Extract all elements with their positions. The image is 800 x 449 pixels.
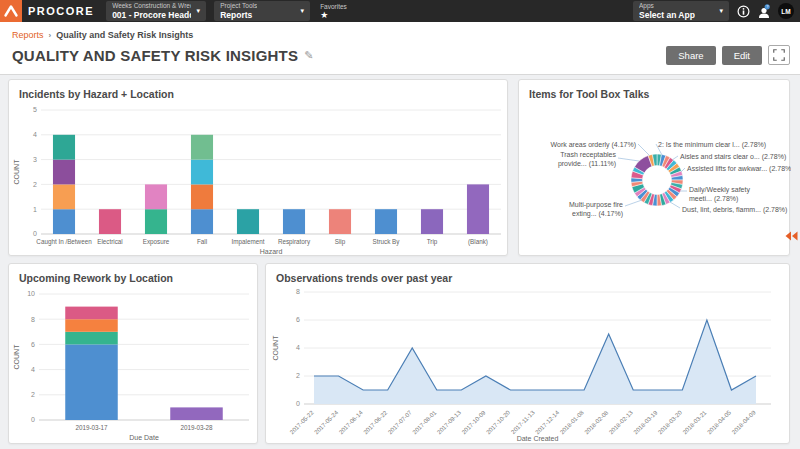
card-observations-trends: Observations trends over past year 02468… xyxy=(265,263,790,444)
edit-button[interactable]: Edit xyxy=(722,46,762,65)
svg-text:2: Is the minimum clear l... (: 2: Is the minimum clear l... (2.78%) xyxy=(658,141,766,149)
svg-text:2017-11-13: 2017-11-13 xyxy=(510,409,536,435)
svg-text:COUNT: COUNT xyxy=(272,335,279,361)
card-tool-box-talks: Items for Tool Box Talks Work areas orde… xyxy=(518,79,790,256)
svg-text:2017-05-22: 2017-05-22 xyxy=(289,409,315,435)
project-selector-dropdown[interactable]: Weeks Construction & Wreckl... 001 - Pro… xyxy=(106,1,206,21)
svg-text:0: 0 xyxy=(296,400,300,407)
svg-text:Date Created: Date Created xyxy=(517,435,559,442)
svg-text:2018-03-20: 2018-03-20 xyxy=(657,409,683,435)
dashboard-content: Incidents by Hazard + Location 012345Cau… xyxy=(0,75,800,449)
breadcrumb-separator-icon: › xyxy=(49,31,52,40)
info-icon[interactable] xyxy=(737,5,750,18)
procore-mark-icon xyxy=(0,0,22,22)
share-button[interactable]: Share xyxy=(666,46,715,65)
apps-label: Apps xyxy=(639,2,695,10)
svg-text:6: 6 xyxy=(296,316,300,323)
user-avatar[interactable]: LM xyxy=(778,3,794,19)
project-tools-dropdown[interactable]: Project Tools Reports ▾ xyxy=(214,1,310,21)
fullscreen-button[interactable] xyxy=(768,45,790,65)
svg-text:2018-03-21: 2018-03-21 xyxy=(682,409,708,435)
svg-text:2017-07-07: 2017-07-07 xyxy=(387,409,413,435)
svg-text:4: 4 xyxy=(31,366,35,373)
svg-text:0: 0 xyxy=(31,416,35,423)
svg-text:Respiratory: Respiratory xyxy=(278,238,311,246)
svg-text:Work areas orderly (4.17%): Work areas orderly (4.17%) xyxy=(551,141,636,149)
svg-text:COUNT: COUNT xyxy=(13,159,20,185)
toolbox-donut-chart: Work areas orderly (4.17%)Trash receptab… xyxy=(519,80,791,257)
svg-text:COUNT: COUNT xyxy=(13,344,20,370)
svg-text:?: ? xyxy=(766,5,768,9)
svg-text:Assisted lifts for awkwar... (: Assisted lifts for awkwar... (2.78%) xyxy=(687,165,791,173)
svg-text:2017-08-01: 2017-08-01 xyxy=(412,409,438,435)
svg-text:Multi-purpose fire: Multi-purpose fire xyxy=(569,201,623,209)
svg-text:Exposure: Exposure xyxy=(143,238,170,246)
svg-text:8: 8 xyxy=(31,316,35,323)
svg-text:2017-12-14: 2017-12-14 xyxy=(534,409,560,435)
breadcrumb: Reports › Quality and Safety Risk Insigh… xyxy=(0,22,800,40)
svg-text:2019-03-28: 2019-03-28 xyxy=(180,424,213,431)
svg-text:2017-05-24: 2017-05-24 xyxy=(313,409,339,435)
svg-text:1: 1 xyxy=(33,206,37,213)
support-person-icon[interactable]: ? xyxy=(757,4,771,19)
brand-wordmark: PROCORE xyxy=(28,5,94,17)
double-left-arrow-icon xyxy=(785,231,798,241)
svg-text:Electrical: Electrical xyxy=(97,238,123,245)
svg-text:Impalement: Impalement xyxy=(232,238,265,246)
svg-text:2: 2 xyxy=(296,372,300,379)
svg-text:6: 6 xyxy=(31,341,35,348)
svg-text:2017-10-09: 2017-10-09 xyxy=(461,409,487,435)
rework-stacked-bar-chart: 02468102019-03-172019-03-28Due DateCOUNT xyxy=(9,264,259,445)
svg-text:2017-10-20: 2017-10-20 xyxy=(485,409,511,435)
chevron-down-icon: ▾ xyxy=(301,7,305,15)
svg-text:2: 2 xyxy=(33,181,37,188)
tools-value: Reports xyxy=(220,10,257,20)
svg-text:(Blank): (Blank) xyxy=(468,238,488,246)
svg-text:2018-02-13: 2018-02-13 xyxy=(608,409,634,435)
svg-text:2019-03-17: 2019-03-17 xyxy=(75,424,108,431)
apps-dropdown[interactable]: Apps Select an App ▾ xyxy=(633,1,729,21)
chart-title: Incidents by Hazard + Location xyxy=(19,88,174,100)
svg-text:meeti... (2.78%): meeti... (2.78%) xyxy=(689,195,738,203)
edit-title-pencil-icon[interactable]: ✎ xyxy=(304,49,313,62)
incidents-stacked-bar-chart: 012345Caught In /BetweenElectricalExposu… xyxy=(9,80,509,257)
svg-text:4: 4 xyxy=(33,131,37,138)
procore-logo[interactable] xyxy=(0,0,22,22)
svg-text:exting... (4.17%): exting... (4.17%) xyxy=(572,210,623,218)
svg-text:Aisles and stairs clear o... (: Aisles and stairs clear o... (2.78%) xyxy=(680,153,786,161)
svg-text:Trash receptables: Trash receptables xyxy=(560,151,616,159)
expand-icon xyxy=(773,49,785,61)
chevron-down-icon: ▾ xyxy=(719,7,723,15)
breadcrumb-current: Quality and Safety Risk Insights xyxy=(56,30,193,40)
svg-text:2018-02-08: 2018-02-08 xyxy=(583,409,609,435)
svg-text:Daily/Weekly safety: Daily/Weekly safety xyxy=(689,186,750,194)
top-nav-bar: PROCORE Weeks Construction & Wreckl... 0… xyxy=(0,0,800,22)
svg-text:2017-06-22: 2017-06-22 xyxy=(362,409,388,435)
page-header: Reports › Quality and Safety Risk Insigh… xyxy=(0,22,800,75)
chart-title: Upcoming Rework by Location xyxy=(19,272,173,284)
svg-text:10: 10 xyxy=(27,290,35,297)
collapse-panel-toggle[interactable] xyxy=(785,227,798,245)
breadcrumb-reports-link[interactable]: Reports xyxy=(12,30,44,40)
svg-text:2018-04-05: 2018-04-05 xyxy=(706,409,732,435)
svg-text:provide... (11.11%): provide... (11.11%) xyxy=(558,160,616,168)
chart-title: Items for Tool Box Talks xyxy=(529,88,649,100)
svg-text:8: 8 xyxy=(296,288,300,295)
apps-value: Select an App xyxy=(639,10,695,20)
favorites-toggle[interactable]: Favorites ★ xyxy=(320,1,347,21)
svg-text:Dust, lint, debris, flamm... (: Dust, lint, debris, flamm... (2.78%) xyxy=(682,206,787,214)
svg-text:0: 0 xyxy=(33,230,37,237)
star-icon: ★ xyxy=(320,11,347,20)
chevron-down-icon: ▾ xyxy=(197,7,201,15)
tools-label: Project Tools xyxy=(220,2,257,10)
svg-text:3: 3 xyxy=(33,156,37,163)
svg-text:2018-04-09: 2018-04-09 xyxy=(731,409,757,435)
card-incidents-by-hazard: Incidents by Hazard + Location 012345Cau… xyxy=(8,79,508,256)
chart-title: Observations trends over past year xyxy=(276,272,452,284)
svg-text:Fall: Fall xyxy=(197,238,207,245)
svg-text:2018-01-08: 2018-01-08 xyxy=(559,409,585,435)
svg-text:5: 5 xyxy=(33,106,37,113)
page-title: QUALITY AND SAFETY RISK INSIGHTS xyxy=(12,47,298,64)
card-upcoming-rework: Upcoming Rework by Location 02468102019-… xyxy=(8,263,258,444)
svg-text:2: 2 xyxy=(31,391,35,398)
